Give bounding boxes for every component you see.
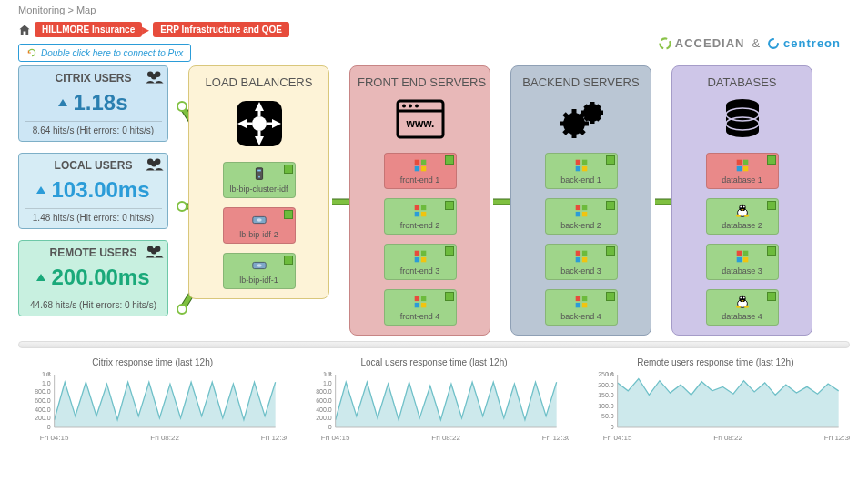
home-icon[interactable] — [18, 24, 31, 36]
db-node-0[interactable]: database 1 — [706, 153, 779, 189]
remote-sub: 44.68 hits/s (Hit errors: 0 hits/s) — [25, 296, 162, 310]
db-node-2[interactable]: database 3 — [706, 244, 779, 280]
status-indicator — [767, 201, 776, 210]
svg-rect-58 — [420, 212, 425, 216]
be-node-3[interactable]: back-end 4 — [545, 289, 618, 326]
lb-node-2[interactable]: lb-bip-idf-1 — [223, 253, 296, 289]
citrix-users-card[interactable]: CITRIX USERS 1.18s 8.64 hits/s (Hit erro… — [18, 65, 168, 142]
svg-rect-54 — [420, 166, 425, 171]
node-label: front-end 3 — [400, 266, 440, 276]
svg-rect-55 — [414, 205, 419, 210]
svg-point-27 — [151, 248, 156, 254]
status-indicator — [606, 155, 615, 165]
svg-point-47 — [402, 105, 406, 108]
svg-rect-81 — [575, 166, 580, 171]
users-column: CITRIX USERS 1.18s 8.64 hits/s (Hit erro… — [18, 65, 168, 316]
node-label: database 1 — [722, 175, 762, 185]
remote-metric-value: 200.00ms — [51, 265, 149, 290]
db-nodes: database 1database 2database 3database 4 — [680, 153, 804, 326]
svg-rect-112 — [742, 257, 747, 262]
node-label: back-end 2 — [560, 221, 601, 230]
be-node-2[interactable]: back-end 3 — [545, 244, 618, 280]
node-label: front-end 1 — [400, 175, 440, 185]
db-node-3[interactable]: database 4 — [706, 289, 779, 326]
status-indicator — [606, 292, 615, 301]
be-node-1[interactable]: back-end 2 — [545, 198, 618, 235]
lb-node-1[interactable]: lb-bip-idf-2 — [223, 207, 296, 244]
svg-point-105 — [742, 206, 744, 208]
charts-row: Citrix response time (last 12h)us0200.04… — [18, 357, 850, 445]
fe-node-2[interactable]: front-end 3 — [384, 244, 457, 280]
breadcrumb-tag-map[interactable]: ERP Infrastructure and QOE — [153, 22, 289, 37]
be-node-0[interactable]: back-end 1 — [545, 153, 618, 189]
svg-point-21 — [151, 74, 156, 79]
svg-rect-66 — [420, 303, 425, 307]
chart-2[interactable]: Remote users response time (last 12h)us0… — [581, 357, 850, 445]
win-icon — [733, 248, 752, 265]
svg-point-107 — [735, 215, 740, 217]
svg-text:Fri 08:22: Fri 08:22 — [432, 434, 461, 442]
status-indicator — [767, 155, 776, 165]
svg-point-118 — [735, 306, 740, 308]
svg-text:www.: www. — [405, 117, 434, 130]
fe-node-0[interactable]: front-end 1 — [384, 153, 457, 189]
chart-1[interactable]: Local users response time (last 12h)us02… — [299, 357, 568, 445]
lb-nodes: lb-bip-cluster-idflb-bip-idf-2lb-bip-idf… — [197, 162, 321, 289]
svg-point-29 — [252, 116, 267, 131]
svg-point-116 — [742, 297, 744, 299]
svg-rect-85 — [575, 212, 580, 216]
svg-point-49 — [415, 105, 419, 108]
svg-rect-63 — [414, 296, 419, 301]
svg-text:200.0: 200.0 — [316, 415, 332, 421]
trend-up-icon — [58, 99, 67, 106]
svg-point-0 — [660, 38, 670, 48]
node-label: database 4 — [722, 312, 762, 321]
citrix-sub: 8.64 hits/s (Hit errors: 0 hits/s) — [25, 121, 162, 135]
svg-rect-89 — [575, 257, 580, 262]
win-icon — [572, 157, 590, 174]
win-icon — [572, 203, 590, 219]
status-indicator — [284, 256, 293, 265]
database-icon — [720, 96, 765, 142]
svg-rect-52 — [420, 160, 425, 165]
linux-icon — [733, 203, 752, 219]
chart-title: Citrix response time (last 12h) — [18, 357, 287, 367]
connect-pvx-hint[interactable]: Double click here to connect to Pvx — [18, 44, 191, 62]
users-icon — [146, 70, 164, 85]
status-indicator — [767, 292, 776, 301]
db-node-1[interactable]: database 2 — [706, 198, 779, 235]
remote-users-card[interactable]: REMOTE USERS 200.00ms 44.68 hits/s (Hit … — [18, 240, 168, 316]
ampersand: & — [752, 36, 760, 50]
svg-text:1.2: 1.2 — [42, 371, 51, 377]
breadcrumb-tag-company[interactable]: HILLMORE Insurance — [35, 22, 142, 37]
svg-rect-92 — [581, 296, 586, 301]
linux-icon — [733, 294, 752, 310]
fe-node-1[interactable]: front-end 2 — [384, 198, 457, 235]
svg-text:250.0: 250.0 — [598, 371, 614, 377]
svg-rect-109 — [736, 251, 741, 256]
svg-rect-91 — [575, 296, 580, 301]
svg-text:800.0: 800.0 — [35, 388, 51, 395]
svg-rect-61 — [414, 257, 419, 262]
svg-text:800.0: 800.0 — [316, 388, 332, 395]
svg-point-104 — [740, 206, 742, 208]
fe-node-3[interactable]: front-end 4 — [384, 289, 457, 326]
chart-0[interactable]: Citrix response time (last 12h)us0200.04… — [18, 357, 287, 445]
local-users-card[interactable]: LOCAL USERS 103.00ms 1.48 hits/s (Hit er… — [18, 153, 168, 229]
svg-rect-111 — [736, 257, 741, 262]
svg-rect-64 — [420, 296, 425, 301]
lb-node-0[interactable]: lb-bip-cluster-idf — [223, 162, 296, 198]
citrix-metric: 1.18s — [25, 85, 162, 121]
local-metric: 103.00ms — [25, 172, 162, 208]
device-icon — [250, 257, 268, 274]
svg-text:Fri 12:30: Fri 12:30 — [824, 434, 850, 442]
local-metric-value: 103.00ms — [51, 177, 149, 203]
node-label: lb-bip-cluster-idf — [229, 185, 288, 194]
chart-title: Local users response time (last 12h) — [299, 357, 568, 367]
timeline-bar[interactable] — [18, 341, 850, 348]
svg-text:1.2: 1.2 — [323, 371, 332, 377]
svg-text:50.0: 50.0 — [601, 413, 614, 419]
refresh-icon — [26, 47, 37, 58]
vendor-logos: ACCEDIAN & centreon — [659, 36, 841, 50]
status-indicator — [445, 246, 454, 256]
